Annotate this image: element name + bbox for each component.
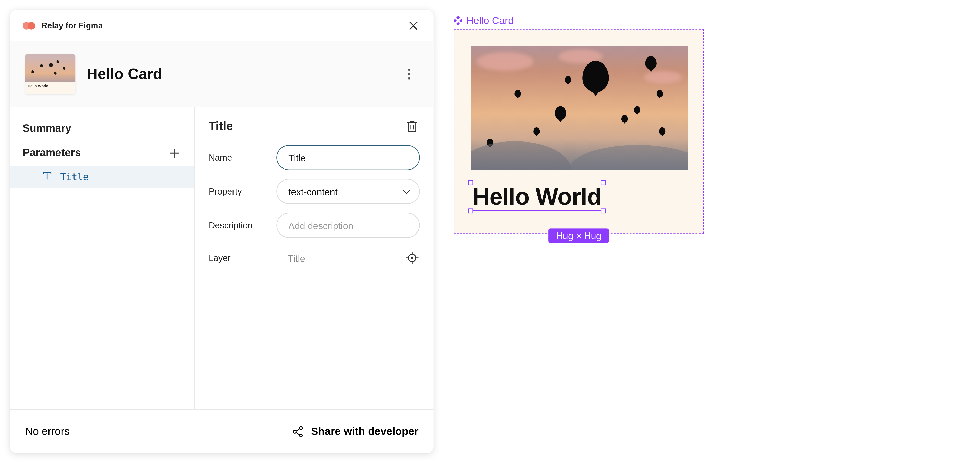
selected-text-layer[interactable]: Hello World bbox=[471, 182, 603, 211]
close-button[interactable] bbox=[406, 18, 421, 33]
parameter-name: Title bbox=[60, 171, 89, 182]
svg-point-9 bbox=[300, 434, 302, 437]
component-label[interactable]: Hello Card bbox=[454, 15, 704, 26]
svg-point-1 bbox=[27, 22, 35, 29]
canvas-component: Hello Card Hel bbox=[454, 15, 704, 233]
description-input[interactable]: Add description bbox=[277, 213, 420, 238]
panel-titlebar: Relay for Figma bbox=[10, 10, 433, 41]
resize-handle-tr[interactable] bbox=[600, 180, 606, 185]
locate-layer-button[interactable] bbox=[405, 250, 420, 265]
status-text: No errors bbox=[25, 425, 69, 438]
component-frame[interactable]: Hello World Hug × Hug bbox=[454, 29, 704, 233]
parameter-item-title[interactable]: Title bbox=[10, 166, 194, 188]
details-heading: Title bbox=[208, 119, 233, 133]
svg-rect-10 bbox=[456, 16, 460, 19]
sidebar-section-parameters: Parameters bbox=[10, 140, 194, 166]
property-select[interactable]: text-content bbox=[277, 179, 420, 204]
plugin-panel: Relay for Figma Hello World Hello Card bbox=[10, 10, 433, 453]
add-parameter-button[interactable] bbox=[168, 146, 181, 160]
card-thumbnail: Hello World bbox=[25, 54, 75, 94]
field-label-description: Description bbox=[208, 220, 266, 230]
trash-icon bbox=[407, 120, 418, 132]
property-value: text-content bbox=[288, 186, 338, 197]
text-type-icon bbox=[43, 171, 51, 182]
brand-logo-icon bbox=[23, 21, 37, 30]
resize-handle-bl[interactable] bbox=[468, 208, 473, 213]
card-header: Hello World Hello Card bbox=[10, 41, 433, 107]
parameters-label: Parameters bbox=[23, 147, 81, 159]
svg-rect-11 bbox=[456, 22, 460, 25]
resize-badge: Hug × Hug bbox=[549, 228, 609, 243]
layer-value: Title bbox=[277, 253, 395, 263]
close-icon bbox=[408, 21, 418, 30]
text-content: Hello World bbox=[473, 183, 601, 209]
field-label-property: Property bbox=[208, 186, 266, 196]
thumb-caption: Hello World bbox=[25, 82, 75, 90]
svg-point-2 bbox=[408, 68, 410, 71]
svg-point-6 bbox=[411, 257, 413, 259]
more-button[interactable] bbox=[400, 65, 418, 84]
panel-body: Summary Parameters Title Title bbox=[10, 107, 433, 409]
sidebar-section-summary[interactable]: Summary bbox=[10, 117, 194, 140]
svg-point-7 bbox=[300, 426, 302, 429]
brand-name: Relay for Figma bbox=[41, 21, 103, 30]
card-title: Hello Card bbox=[87, 65, 162, 83]
resize-handle-tl[interactable] bbox=[468, 180, 473, 185]
chevron-down-icon bbox=[403, 186, 410, 197]
details-pane: Title Name Property text-content bbox=[195, 107, 434, 409]
panel-footer: No errors Share with developer bbox=[10, 409, 433, 453]
component-icon bbox=[454, 16, 463, 25]
more-vertical-icon bbox=[408, 68, 410, 79]
svg-rect-12 bbox=[454, 19, 457, 22]
plus-icon bbox=[170, 148, 180, 158]
field-label-layer: Layer bbox=[208, 253, 266, 263]
sidebar: Summary Parameters Title bbox=[10, 107, 195, 409]
svg-point-4 bbox=[408, 78, 410, 79]
component-name: Hello Card bbox=[466, 15, 514, 26]
hero-image bbox=[471, 46, 688, 170]
svg-point-3 bbox=[408, 73, 410, 75]
field-label-name: Name bbox=[208, 152, 266, 162]
delete-parameter-button[interactable] bbox=[405, 119, 420, 133]
target-icon bbox=[406, 252, 418, 264]
svg-rect-13 bbox=[460, 19, 463, 22]
description-placeholder: Add description bbox=[288, 220, 353, 231]
brand: Relay for Figma bbox=[23, 21, 103, 30]
name-input[interactable] bbox=[277, 145, 420, 170]
svg-point-8 bbox=[293, 430, 296, 433]
share-with-developer-button[interactable]: Share with developer bbox=[292, 425, 418, 438]
share-icon bbox=[292, 426, 304, 437]
resize-handle-br[interactable] bbox=[600, 208, 606, 213]
share-label: Share with developer bbox=[311, 425, 418, 438]
